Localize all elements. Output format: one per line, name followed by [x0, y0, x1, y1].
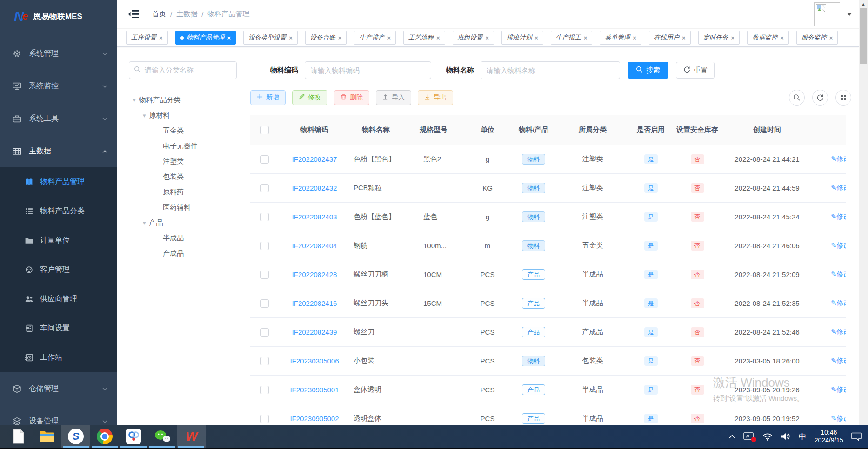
tree-node-hardware[interactable]: 五金类 [129, 123, 237, 139]
close-icon[interactable]: × [633, 34, 636, 41]
material-code-link[interactable]: IF2022082416 [292, 299, 337, 307]
row-checkbox[interactable] [260, 328, 269, 337]
taskbar-clock[interactable]: 10:46 2024/9/15 [815, 429, 843, 444]
row-checkbox[interactable] [260, 242, 269, 250]
breadcrumb-master-data[interactable]: 主数据 [176, 10, 197, 19]
tree-node-root[interactable]: ▾物料产品分类 [129, 92, 237, 108]
breadcrumb-home[interactable]: 首页 [152, 10, 166, 19]
sidebar-item-system-monitor[interactable]: 系统监控 [0, 70, 117, 102]
sidebar-item-warehouse-mgmt[interactable]: 仓储管理 [0, 372, 117, 405]
action-center-icon[interactable] [851, 432, 862, 441]
row-checkbox[interactable] [260, 213, 269, 221]
edit-button[interactable]: 修改 [292, 90, 327, 105]
sidebar-item-master-data[interactable]: 主数据 [0, 135, 117, 167]
screen-cast-icon[interactable] [743, 432, 754, 441]
close-icon[interactable]: × [584, 34, 588, 41]
row-edit-link[interactable]: ✎修改 [831, 155, 846, 163]
collapse-sidebar-icon[interactable] [128, 10, 139, 19]
material-code-link[interactable]: IF2022082432 [292, 184, 337, 192]
grid-columns-icon[interactable] [835, 90, 851, 106]
tab-production-scheduling[interactable]: 生产排产× [354, 31, 396, 45]
row-checkbox[interactable] [260, 415, 269, 423]
sidebar-item-system-admin[interactable]: 系统管理 [0, 37, 117, 70]
tab-scheduled-tasks[interactable]: 定时任务× [698, 31, 740, 45]
tree-node-packaging[interactable]: 包装类 [129, 169, 237, 185]
row-edit-link[interactable]: ✎修改 [831, 241, 846, 249]
tree-node-raw-material[interactable]: ▾原材料 [129, 108, 237, 123]
search-button[interactable]: 搜索 [628, 62, 668, 79]
tree-node-injection[interactable]: 注塑类 [129, 154, 237, 169]
taskbar-rings-app-icon[interactable] [119, 425, 148, 448]
caret-down-icon[interactable]: ▾ [143, 112, 146, 119]
sidebar-item-workstation[interactable]: 工作站 [0, 343, 117, 372]
taskbar-sogou-browser-icon[interactable]: S [61, 425, 90, 448]
page-scrollbar[interactable]: ▲ [859, 0, 868, 425]
delete-button[interactable]: 删除 [334, 90, 369, 105]
scrollbar-thumb[interactable] [860, 8, 867, 64]
tab-device-type-settings[interactable]: 设备类型设置× [243, 31, 298, 45]
close-icon[interactable]: × [682, 34, 686, 41]
close-icon[interactable]: × [227, 34, 231, 41]
row-checkbox[interactable] [260, 299, 269, 308]
avatar[interactable] [814, 2, 840, 26]
tree-node-product[interactable]: ▾产品 [129, 215, 237, 231]
taskbar-notepad-icon[interactable] [4, 425, 33, 448]
sidebar-item-material-product-mgmt[interactable]: 物料产品管理 [0, 167, 117, 197]
tab-process-flow[interactable]: 工艺流程× [403, 31, 445, 45]
row-checkbox[interactable] [260, 184, 269, 192]
material-code-link[interactable]: IF20230905001 [290, 386, 339, 394]
tree-node-finished[interactable]: 产成品 [129, 246, 237, 261]
tray-chevron-up-icon[interactable] [729, 435, 735, 439]
taskbar-chrome-icon[interactable] [90, 425, 119, 448]
material-code-link[interactable]: IF2022082404 [292, 242, 337, 250]
sidebar-item-measure-unit[interactable]: 计量单位 [0, 226, 117, 255]
row-checkbox[interactable] [260, 271, 269, 279]
user-menu[interactable] [814, 2, 852, 26]
sidebar-item-workshop-settings[interactable]: 车间设置 [0, 314, 117, 343]
tab-material-product-mgmt[interactable]: 物料产品管理× [175, 31, 236, 45]
tab-production-report[interactable]: 生产报工× [551, 31, 593, 45]
close-icon[interactable]: × [486, 34, 489, 41]
close-icon[interactable]: × [436, 34, 440, 41]
close-icon[interactable]: × [289, 34, 293, 41]
row-edit-link[interactable]: ✎修改 [831, 357, 846, 364]
row-edit-link[interactable]: ✎修改 [831, 184, 846, 191]
row-checkbox[interactable] [260, 386, 269, 394]
tree-node-pharma-aux[interactable]: 医药辅料 [129, 200, 237, 215]
tab-menu-mgmt[interactable]: 菜单管理× [600, 31, 641, 45]
row-edit-link[interactable]: ✎修改 [831, 212, 846, 220]
scrollbar-up-arrow[interactable]: ▲ [859, 0, 868, 8]
category-search-input[interactable]: 请输入分类名称 [129, 61, 237, 79]
sidebar-item-system-tools[interactable]: 系统工具 [0, 102, 117, 135]
material-code-link[interactable]: IF2022082439 [292, 328, 337, 336]
export-button[interactable]: 导出 [418, 90, 453, 105]
close-icon[interactable]: × [829, 34, 833, 41]
speaker-icon[interactable] [781, 432, 791, 441]
close-icon[interactable]: × [159, 34, 163, 41]
row-checkbox[interactable] [260, 155, 269, 164]
close-icon[interactable]: × [338, 34, 342, 41]
close-icon[interactable]: × [780, 34, 784, 41]
ime-indicator[interactable]: 中 [799, 431, 807, 442]
tree-node-raw-drug[interactable]: 原料药 [129, 185, 237, 200]
close-icon[interactable]: × [731, 34, 735, 41]
sidebar-item-customer-mgmt[interactable]: 客户管理 [0, 255, 117, 284]
material-code-link[interactable]: IF20230905002 [290, 415, 339, 423]
taskbar-file-explorer-icon[interactable] [33, 425, 61, 448]
caret-down-icon[interactable]: ▾ [133, 97, 136, 104]
tab-process-settings[interactable]: 工序设置× [126, 31, 168, 45]
row-edit-link[interactable]: ✎修改 [831, 328, 846, 336]
sidebar-item-material-product-category[interactable]: 物料产品分类 [0, 197, 117, 226]
import-button[interactable]: 导入 [376, 90, 411, 105]
row-edit-link[interactable]: ✎修改 [831, 414, 846, 422]
material-code-link[interactable]: IF20230305006 [290, 357, 339, 365]
wifi-icon[interactable] [762, 433, 773, 441]
tab-service-monitor[interactable]: 服务监控× [796, 31, 838, 45]
refresh-icon[interactable] [812, 90, 828, 106]
row-checkbox[interactable] [260, 357, 269, 365]
row-edit-link[interactable]: ✎修改 [831, 385, 846, 393]
row-edit-link[interactable]: ✎修改 [831, 270, 846, 278]
material-code-input[interactable] [305, 61, 431, 79]
search-icon[interactable] [789, 90, 805, 106]
caret-down-icon[interactable]: ▾ [143, 219, 146, 226]
